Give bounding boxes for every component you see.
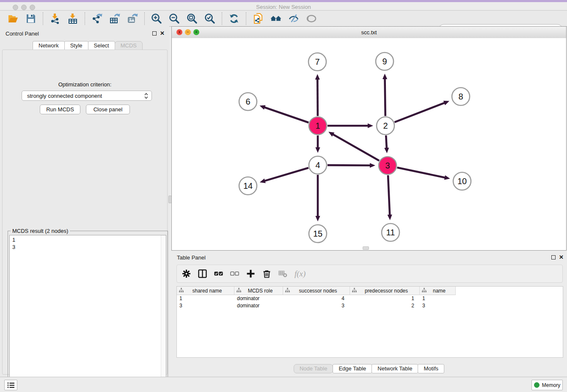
toolbar-separator	[85, 12, 85, 25]
memory-status-dot	[534, 382, 539, 388]
node-label-15: 15	[313, 229, 322, 238]
cell-shared-name[interactable]: 3	[177, 302, 234, 309]
close-table-panel-icon[interactable]: ✕	[559, 254, 564, 261]
clone-network-icon[interactable]	[253, 13, 264, 24]
cell-successor-nodes[interactable]: 3	[283, 302, 350, 309]
delete-table-icon[interactable]	[278, 269, 287, 278]
cell-shared-name[interactable]: 1	[177, 295, 234, 302]
zoom-in-icon[interactable]	[151, 13, 162, 24]
birdseye-icon[interactable]	[306, 13, 317, 24]
tab-motifs[interactable]: Motifs	[418, 364, 444, 373]
show-details-icon[interactable]	[288, 13, 299, 24]
criterion-select[interactable]: strongly connected component	[22, 91, 152, 101]
column-header-successor-nodes[interactable]: successor nodes	[283, 287, 350, 295]
column-header-MCDS-role[interactable]: MCDS role	[234, 287, 283, 295]
mcds-result-textarea[interactable]: 1 3	[9, 235, 166, 392]
function-icon[interactable]: f(x)	[295, 269, 306, 279]
tree-icon	[420, 288, 427, 294]
toolbar-separator	[246, 12, 246, 25]
network-window-titlebar[interactable]: x − + scc.txt	[172, 27, 566, 39]
float-panel-icon[interactable]	[152, 31, 157, 36]
float-table-panel-icon[interactable]	[551, 255, 556, 259]
table-row[interactable]: 3dominator323	[177, 302, 563, 309]
column-header-predecessor-nodes[interactable]: predecessor nodes	[350, 287, 420, 295]
edge-4-3[interactable]	[328, 165, 371, 166]
edge-arrow-3-10	[444, 175, 450, 180]
node-label-8: 8	[458, 92, 463, 101]
open-folder-icon[interactable]	[8, 13, 19, 24]
close-panel-button[interactable]: Close panel	[86, 105, 130, 114]
tab-style[interactable]: Style	[64, 41, 88, 50]
export-table-icon[interactable]	[109, 13, 120, 24]
edge-1-6[interactable]	[264, 107, 308, 123]
table-row[interactable]: 1dominator411	[177, 295, 563, 302]
task-history-button[interactable]	[4, 380, 17, 390]
home-icon[interactable]	[270, 13, 281, 24]
session-title: Session: New Session	[0, 4, 567, 10]
cell-MCDS-role[interactable]: dominator	[234, 302, 283, 309]
network-view-window: x − + scc.txt 1234678910111415	[171, 26, 567, 251]
main-toolbar	[0, 11, 567, 27]
node-label-1: 1	[315, 121, 320, 130]
canvas-hscroll-thumb[interactable]	[363, 246, 369, 250]
network-canvas[interactable]: 1234678910111415	[172, 38, 566, 250]
tab-edge-table[interactable]: Edge Table	[333, 364, 372, 373]
zoom-selected-icon[interactable]	[204, 13, 215, 24]
refresh-icon[interactable]	[228, 13, 239, 24]
column-header-shared-name[interactable]: shared name	[177, 287, 234, 295]
memory-button[interactable]: Memory	[531, 380, 563, 390]
export-image-icon[interactable]	[127, 13, 138, 24]
cell-name[interactable]: 1	[420, 295, 456, 302]
edge-3-11[interactable]	[388, 175, 390, 216]
tree-icon	[177, 288, 184, 294]
toolbar-separator	[144, 12, 145, 25]
node-label-2: 2	[383, 121, 388, 130]
cell-MCDS-role[interactable]: dominator	[234, 295, 283, 302]
zoom-fit-icon[interactable]	[187, 13, 198, 24]
close-panel-icon[interactable]: ✕	[160, 30, 165, 37]
export-network-icon[interactable]	[91, 13, 102, 24]
tab-node-table[interactable]: Node Table	[294, 364, 333, 373]
cell-predecessor-nodes[interactable]: 1	[350, 295, 420, 302]
node-label-3: 3	[385, 161, 390, 170]
zoom-out-icon[interactable]	[169, 13, 180, 24]
result-scrollbar[interactable]	[161, 235, 166, 392]
cell-successor-nodes[interactable]: 4	[283, 295, 350, 302]
import-table-icon[interactable]	[67, 13, 78, 24]
table-toolbar: f(x)	[176, 265, 563, 283]
cell-predecessor-nodes[interactable]: 2	[350, 302, 420, 309]
select-all-icon[interactable]	[214, 269, 223, 278]
import-network-icon[interactable]	[50, 13, 61, 24]
edge-3-10[interactable]	[397, 168, 446, 178]
mcds-result-legend: MCDS result (2 nodes)	[11, 228, 70, 234]
edge-2-3[interactable]	[386, 135, 387, 149]
mcds-result-group: MCDS result (2 nodes) 1 3	[8, 231, 168, 392]
node-table[interactable]: shared nameMCDS rolesuccessor nodesprede…	[176, 286, 563, 358]
tab-network-table[interactable]: Network Table	[372, 364, 418, 373]
edge-2-9[interactable]	[385, 78, 385, 116]
cell-name[interactable]: 3	[420, 302, 456, 309]
gear-icon[interactable]	[182, 269, 191, 278]
save-icon[interactable]	[25, 13, 36, 24]
edge-2-8[interactable]	[394, 102, 445, 122]
edge-3-1[interactable]	[332, 134, 379, 160]
tab-mcds[interactable]: MCDS	[115, 41, 143, 50]
edge-4-14[interactable]	[264, 168, 308, 181]
column-header-name[interactable]: name	[420, 287, 456, 295]
main-titlebar: Session: New Session	[0, 2, 567, 11]
tab-select[interactable]: Select	[88, 41, 115, 50]
add-icon[interactable]	[246, 269, 255, 278]
memory-label: Memory	[542, 382, 560, 388]
edge-arrow-4-15	[315, 216, 320, 221]
delete-icon[interactable]	[262, 269, 271, 278]
columns-icon[interactable]	[198, 269, 207, 278]
deselect-all-icon[interactable]	[230, 269, 239, 278]
mcds-result-values: 1 3	[12, 236, 15, 251]
network-file-title: scc.txt	[172, 29, 566, 36]
edge-arrow-1-7	[315, 74, 320, 80]
run-mcds-button[interactable]: Run MCDS	[40, 105, 80, 114]
chevron-updown-icon	[144, 93, 148, 99]
tab-network[interactable]: Network	[33, 41, 65, 50]
edge-1-7[interactable]	[317, 78, 318, 116]
node-label-11: 11	[386, 228, 395, 237]
